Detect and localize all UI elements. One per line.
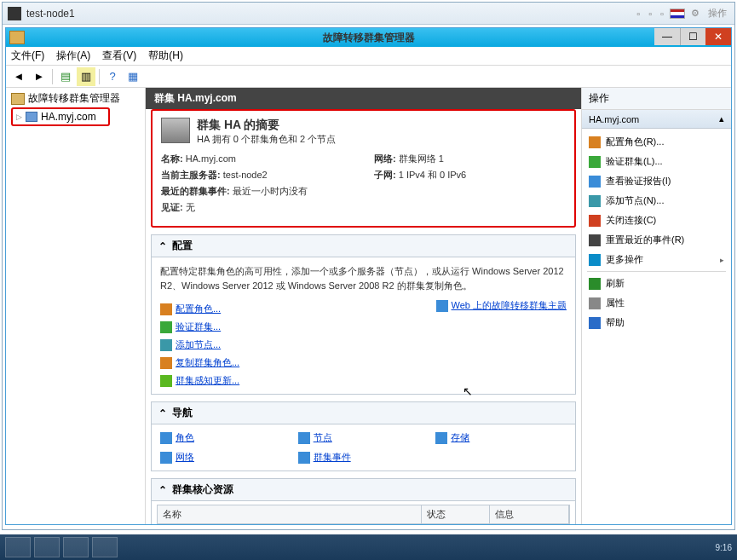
core-title: 群集核心资源: [172, 482, 233, 497]
witness-label: 见证:: [161, 202, 183, 212]
actions-scope: HA.myj.com ▴: [582, 110, 731, 129]
flag-icon: [670, 9, 685, 19]
action-view-report[interactable]: 查看验证报告(I): [584, 171, 729, 191]
cluster-mgr-icon: [11, 93, 25, 105]
help-icon: [589, 317, 601, 329]
witness-value: 无: [186, 202, 195, 212]
taskbar-item[interactable]: [63, 537, 89, 557]
nav-roles[interactable]: 角色: [160, 431, 291, 444]
summary-subtitle: HA 拥有 0 个群集角色和 2 个节点: [197, 133, 336, 146]
summary-title: 群集 HA 的摘要: [197, 118, 336, 133]
core-table-header: 名称 状态 信息: [157, 505, 570, 524]
menu-file[interactable]: 文件(F): [11, 49, 44, 63]
taskbar-item[interactable]: [34, 537, 60, 557]
menu-view[interactable]: 查看(V): [102, 49, 136, 63]
action-reset-events[interactable]: 重置最近的事件(R): [584, 230, 729, 250]
action-properties[interactable]: 属性: [584, 293, 729, 313]
box-icon: ▫: [646, 9, 654, 19]
toolbar-icon-2[interactable]: ▥: [77, 67, 95, 86]
more-icon: [589, 254, 601, 266]
action-add-node[interactable]: 添加节点(N)...: [584, 191, 729, 211]
taskbar-item[interactable]: [5, 537, 31, 557]
app-icon: [9, 31, 25, 44]
nav-networks[interactable]: 网络: [160, 451, 291, 464]
config-header[interactable]: ⌃ 配置: [152, 235, 575, 257]
action-configure-role[interactable]: 配置角色(R)...: [584, 132, 729, 152]
gear-icon[interactable]: ⚙: [688, 8, 702, 19]
toolbar-icon-1[interactable]: ▤: [56, 67, 75, 86]
ops-label[interactable]: 操作: [705, 7, 729, 20]
action-close-conn[interactable]: 关闭连接(C): [584, 211, 729, 230]
inner-titlebar: 故障转移群集管理器 — ☐ ✕: [6, 28, 731, 47]
menu-help[interactable]: 帮助(H): [148, 49, 183, 63]
outer-window: test-node1 ▫ ▫ ▫ ⚙ 操作 故障转移群集管理器 — ☐ ✕ 文件…: [2, 2, 735, 530]
link-add-node[interactable]: 添加节点...: [160, 338, 239, 351]
center-header: 群集 HA.myj.com: [146, 88, 581, 109]
taskbar-item[interactable]: [92, 537, 118, 557]
nav-section: ⌃ 导航 角色 节点 存储 网络 群集事件: [151, 401, 576, 471]
actions-scope-label: HA.myj.com: [589, 114, 639, 124]
chevron-up-icon[interactable]: ▴: [719, 113, 724, 124]
clock[interactable]: 9:16: [716, 543, 732, 552]
tree-child-label: HA.myj.com: [41, 111, 96, 123]
menubar: 文件(F) 操作(A) 查看(V) 帮助(H): [6, 47, 731, 66]
nav-nodes[interactable]: 节点: [298, 431, 429, 444]
core-section: ⌃ 群集核心资源 名称 状态 信息 服务器名称: [151, 478, 576, 524]
box2-icon: ▫: [658, 9, 666, 19]
validate-icon: [589, 156, 601, 168]
subnet-value: 1 IPv4 和 0 IPv6: [399, 170, 466, 180]
summary-icon: [161, 118, 190, 143]
link-configure-role[interactable]: 配置角色...: [160, 303, 239, 315]
action-validate[interactable]: 验证群集(L)...: [584, 152, 729, 171]
col-info[interactable]: 信息: [490, 505, 569, 523]
toolbar-icon-4[interactable]: ▦: [124, 67, 142, 86]
action-more[interactable]: 更多操作▸: [584, 250, 729, 269]
events-label: 最近的群集事件:: [161, 186, 230, 196]
help-icon[interactable]: ?: [103, 67, 122, 86]
action-help[interactable]: 帮助: [584, 313, 729, 332]
update-icon: [160, 375, 172, 387]
tree-root-label: 故障转移群集管理器: [28, 91, 120, 106]
menu-action[interactable]: 操作(A): [56, 49, 90, 63]
reset-icon: [589, 234, 601, 246]
close-button[interactable]: ✕: [705, 28, 731, 45]
link-copy-role[interactable]: 复制群集角色...: [160, 356, 239, 369]
configure-icon: [589, 136, 601, 148]
nav-storage[interactable]: 存储: [435, 431, 567, 444]
tree-root[interactable]: 故障转移群集管理器: [8, 89, 143, 107]
report-icon: [589, 176, 601, 188]
net-value: 群集网络 1: [399, 153, 444, 164]
actions-panel: 操作 HA.myj.com ▴ 配置角色(R)... 验证群集(L)... 查看…: [581, 88, 731, 524]
taskbar[interactable]: 9:16: [0, 534, 737, 560]
web-icon: [436, 300, 448, 312]
config-desc: 配置特定群集角色的高可用性，添加一个或多个服务器（节点），或从运行 Window…: [160, 264, 567, 292]
inner-window: 故障转移群集管理器 — ☐ ✕ 文件(F) 操作(A) 查看(V) 帮助(H) …: [5, 27, 732, 525]
network-icon: [160, 452, 172, 464]
dash-icon: ▫: [634, 9, 642, 19]
maximize-button[interactable]: ☐: [680, 28, 705, 45]
core-header[interactable]: ⌃ 群集核心资源: [152, 479, 575, 501]
forward-button[interactable]: ►: [30, 67, 49, 86]
nav-header[interactable]: ⌃ 导航: [152, 402, 575, 424]
summary-box: 群集 HA 的摘要 HA 拥有 0 个群集角色和 2 个节点 名称: HA.my…: [151, 109, 576, 228]
link-cluster-aware[interactable]: 群集感知更新...: [160, 374, 239, 387]
col-status[interactable]: 状态: [422, 505, 490, 523]
config-title: 配置: [172, 239, 193, 253]
tree-panel: 故障转移群集管理器 ▷ HA.myj.com: [6, 88, 146, 524]
main-area: 故障转移群集管理器 ▷ HA.myj.com 群集 HA.myj.com 群集 …: [6, 88, 731, 524]
nav-title: 导航: [172, 406, 193, 420]
action-refresh[interactable]: 刷新: [584, 274, 729, 293]
link-validate[interactable]: 验证群集...: [160, 320, 239, 333]
link-web-topics[interactable]: Web 上的故障转移群集主题: [436, 299, 567, 312]
name-label: 名称:: [161, 153, 183, 164]
inner-title: 故障转移群集管理器: [323, 31, 415, 45]
name-value: HA.myj.com: [186, 153, 236, 164]
minimize-button[interactable]: —: [654, 28, 680, 45]
collapse-icon: ⌃: [158, 240, 167, 252]
expand-icon[interactable]: ▷: [16, 113, 22, 121]
nav-events[interactable]: 群集事件: [298, 451, 429, 464]
tree-child[interactable]: ▷ HA.myj.com: [11, 107, 110, 126]
col-name[interactable]: 名称: [158, 505, 422, 523]
back-button[interactable]: ◄: [9, 67, 28, 86]
close-icon: [589, 215, 601, 227]
